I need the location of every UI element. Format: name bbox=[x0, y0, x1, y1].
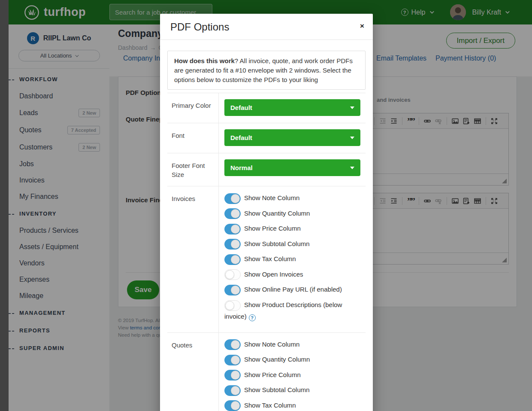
toggle-switch[interactable] bbox=[224, 370, 241, 381]
toggle-row: Show Tax Column bbox=[224, 253, 366, 265]
toggle-knob bbox=[231, 209, 240, 218]
toggle-row: Show Tax Column bbox=[224, 400, 366, 411]
toggle-switch[interactable] bbox=[224, 355, 241, 365]
toggle-row: Show Open Invoices bbox=[224, 269, 366, 280]
modal-title: PDF Options bbox=[170, 21, 229, 33]
toggle-knob bbox=[231, 386, 240, 395]
toggle-row: Show Price Column bbox=[224, 369, 366, 381]
toggle-switch[interactable] bbox=[224, 300, 241, 311]
toggle-knob bbox=[231, 356, 240, 365]
pdf-options-form: Primary Color Default Font Default bbox=[167, 93, 366, 411]
toggle-knob bbox=[225, 301, 234, 310]
intro-bold: How does this work bbox=[174, 57, 235, 64]
toggle-switch[interactable] bbox=[224, 193, 241, 204]
modal-intro-note: How does this work? All invoice, quote, … bbox=[167, 51, 366, 90]
toggle-row: Show Product Descriptions (below invoice… bbox=[224, 299, 366, 322]
toggle-knob bbox=[231, 286, 240, 295]
toggle-row: Show Quantity Column bbox=[224, 354, 366, 365]
toggle-row: Show Price Column bbox=[224, 223, 366, 234]
toggle-switch[interactable] bbox=[224, 400, 241, 411]
toggle-knob bbox=[231, 240, 240, 249]
modal-header: PDF Options bbox=[160, 14, 373, 40]
help-icon[interactable] bbox=[249, 314, 256, 321]
toggle-knob bbox=[231, 225, 240, 234]
primary-color-select[interactable]: Default bbox=[224, 99, 360, 116]
toggle-row: Show Online Pay URL (if enabled) bbox=[224, 284, 366, 295]
pdf-options-modal: PDF Options How does this work? All invo… bbox=[160, 14, 373, 411]
toggle-switch[interactable] bbox=[224, 269, 241, 280]
form-row-primary-color: Primary Color Default bbox=[167, 93, 366, 123]
invoices-toggle-list: Show Note Column Show Quantity Column Sh… bbox=[219, 186, 366, 332]
form-row-footer-font-size: Footer Font Size Normal bbox=[167, 153, 366, 186]
caret-down-icon bbox=[350, 137, 354, 139]
toggle-knob bbox=[231, 194, 240, 203]
font-select[interactable]: Default bbox=[224, 129, 360, 146]
toggle-switch[interactable] bbox=[224, 339, 241, 350]
footer-font-size-select[interactable]: Normal bbox=[224, 159, 360, 176]
toggle-row: Show Quantity Column bbox=[224, 208, 366, 219]
toggle-switch[interactable] bbox=[224, 208, 241, 219]
form-row-invoices: Invoices Show Note Column Show Quantity … bbox=[167, 186, 366, 332]
toggle-switch[interactable] bbox=[224, 254, 241, 265]
app-window: turfhop Help Billy Kraft R RIIPL Lawn Co bbox=[0, 0, 532, 411]
toggle-switch[interactable] bbox=[224, 385, 241, 396]
toggle-row: Show Note Column bbox=[224, 192, 366, 204]
toggle-switch[interactable] bbox=[224, 239, 241, 250]
caret-down-icon bbox=[350, 167, 354, 169]
form-row-quotes: Quotes Show Note Column Show Quantity Co… bbox=[167, 332, 366, 411]
close-icon[interactable] bbox=[360, 22, 364, 30]
quotes-toggle-list: Show Note Column Show Quantity Column Sh… bbox=[219, 333, 366, 411]
toggle-knob bbox=[231, 371, 240, 380]
toggle-knob bbox=[231, 255, 240, 264]
toggle-switch[interactable] bbox=[224, 224, 241, 234]
caret-down-icon bbox=[350, 107, 354, 109]
toggle-knob bbox=[225, 270, 234, 279]
toggle-knob bbox=[231, 340, 240, 349]
toggle-row: Show Note Column bbox=[224, 339, 366, 350]
toggle-switch[interactable] bbox=[224, 285, 241, 295]
toggle-row: Show Subtotal Column bbox=[224, 238, 366, 250]
toggle-knob bbox=[231, 401, 240, 410]
form-row-font: Font Default bbox=[167, 123, 366, 153]
toggle-row: Show Subtotal Column bbox=[224, 384, 366, 396]
